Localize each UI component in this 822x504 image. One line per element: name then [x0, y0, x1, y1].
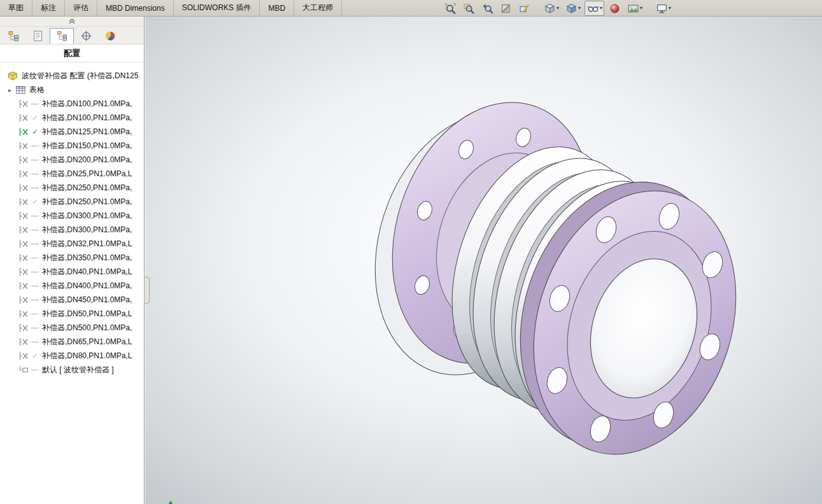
propertymanager-tab[interactable] — [25, 28, 50, 44]
zoom-to-fit-button[interactable] — [444, 2, 457, 15]
config-row[interactable]: —补偿器,DN350,PN1.0MPa, — [0, 251, 144, 265]
config-row[interactable]: —补偿器,DN300,PN1.0MPa, — [0, 223, 144, 237]
config-label: 补偿器,DN450,PN1.0MPa, — [42, 295, 132, 305]
zoom-to-area-icon — [464, 3, 474, 14]
panel-title: 配置 — [0, 45, 144, 62]
panel-title-text: 配置 — [64, 48, 80, 59]
ribbon-tab[interactable]: MBD — [260, 0, 294, 16]
config-row[interactable]: —补偿器,DN65,PN1.0MPa,L — [0, 335, 144, 349]
hide-show-items-button[interactable] — [586, 2, 599, 15]
section-view-button[interactable] — [499, 2, 512, 15]
dash-mark: — — [30, 281, 40, 290]
configuration-icon — [19, 254, 30, 262]
configurationmanager-icon — [57, 31, 67, 41]
graphics-viewport[interactable] — [145, 17, 822, 504]
config-row[interactable]: ✓补偿器,DN125,PN1.0MPa, — [0, 125, 144, 139]
config-row[interactable]: —补偿器,DN450,PN1.0MPa, — [0, 293, 144, 307]
config-row[interactable]: —补偿器,DN150,PN1.0MPa, — [0, 139, 144, 153]
chevron-down-icon[interactable]: ▾ — [640, 6, 642, 11]
config-row[interactable]: —补偿器,DN500,PN1.0MPa, — [0, 321, 144, 335]
config-row[interactable]: ✓补偿器,DN100,PN1.0MPa, — [0, 111, 144, 125]
tables-icon — [16, 86, 25, 94]
default-config-icon — [19, 366, 30, 374]
panel-splitter-handle[interactable] — [144, 277, 150, 304]
expand-arrow-icon[interactable]: ▸ — [8, 87, 16, 94]
config-row-default[interactable]: —默认 [ 波纹管补偿器 ] — [0, 363, 144, 377]
config-label: 补偿器,DN400,PN1.0MPa, — [42, 281, 132, 291]
previous-view-button[interactable] — [481, 2, 493, 15]
configuration-icon — [19, 338, 30, 346]
config-root-row[interactable]: 波纹管补偿器 配置 (补偿器,DN125 — [0, 69, 144, 83]
apply-scene-button[interactable] — [627, 2, 639, 15]
config-row[interactable]: —补偿器,DN300,PN1.0MPa, — [0, 209, 144, 223]
displaymanager-tab[interactable] — [98, 28, 122, 44]
config-label: 补偿器,DN250,PN1.0MPa, — [42, 183, 132, 193]
dash-mark: — — [30, 141, 40, 150]
config-row[interactable]: ✓补偿器,DN250,PN1.0MPa, — [0, 195, 144, 209]
propertymanager-icon — [32, 31, 43, 41]
config-row[interactable]: —补偿器,DN100,PN1.0MPa, — [0, 97, 144, 111]
config-row[interactable]: —补偿器,DN25,PN1.0MPa,L — [0, 167, 144, 181]
dimxpertmanager-tab[interactable] — [74, 28, 98, 44]
dash-mark: — — [30, 169, 40, 178]
used-check-mark: ✓ — [30, 351, 40, 360]
collapse-panel-icon[interactable] — [68, 18, 76, 24]
dash-mark: — — [30, 225, 40, 234]
dash-mark: — — [30, 295, 40, 304]
dash-mark: — — [30, 365, 40, 374]
used-check-mark: ✓ — [30, 113, 40, 122]
view-orientation-button[interactable] — [543, 2, 556, 15]
chevron-down-icon[interactable]: ▾ — [578, 6, 581, 11]
config-label: 补偿器,DN100,PN1.0MPa, — [42, 113, 132, 123]
chevron-down-icon[interactable]: ▾ — [669, 6, 671, 11]
dash-mark: — — [30, 211, 40, 220]
configuration-tree: 波纹管补偿器 配置 (补偿器,DN125 ▸ 表格 —补偿器,DN100,PN1… — [0, 62, 144, 377]
config-label: 补偿器,DN50,PN1.0MPa,L — [42, 309, 132, 319]
dash-mark: — — [30, 155, 40, 164]
zoom-to-area-button[interactable] — [462, 2, 475, 15]
config-label: 补偿器,DN65,PN1.0MPa,L — [42, 337, 132, 347]
active-check-mark: ✓ — [30, 127, 40, 136]
ribbon-tab[interactable]: MBD Dimensions — [97, 0, 174, 16]
config-label: 补偿器,DN32,PN1.0MPa,L — [42, 239, 132, 249]
config-row[interactable]: —补偿器,DN50,PN1.0MPa,L — [0, 307, 144, 321]
ribbon-tab[interactable]: 评估 — [65, 0, 97, 16]
config-row[interactable]: —补偿器,DN250,PN1.0MPa, — [0, 181, 144, 195]
panel-collapse-strip — [0, 17, 144, 27]
config-row[interactable]: —补偿器,DN32,PN1.0MPa,L — [0, 237, 144, 251]
configuration-icon — [19, 198, 30, 206]
config-row[interactable]: ✓补偿器,DN80,PN1.0MPa,L — [0, 349, 144, 363]
config-label: 补偿器,DN25,PN1.0MPa,L — [42, 169, 132, 179]
config-label: 补偿器,DN125,PN1.0MPa, — [42, 127, 132, 137]
config-label: 补偿器,DN300,PN1.0MPa, — [42, 225, 132, 235]
config-row[interactable]: —补偿器,DN200,PN1.0MPa, — [0, 153, 144, 167]
3d-drawing-view-icon — [519, 3, 530, 14]
configuration-icon — [19, 296, 30, 304]
display-style-button[interactable] — [565, 2, 578, 15]
chevron-down-icon[interactable]: ▾ — [556, 6, 559, 11]
model-3d-view[interactable] — [145, 17, 822, 504]
configurationmanager-tab[interactable] — [50, 28, 74, 44]
ribbon-tab[interactable]: 标注 — [32, 0, 65, 16]
3d-drawing-view-button[interactable] — [518, 2, 530, 15]
config-row[interactable]: —补偿器,DN40,PN1.0MPa,L — [0, 265, 144, 279]
configuration-icon — [19, 142, 30, 150]
featuremanager-design-tree-tab[interactable] — [1, 28, 25, 44]
ribbon-tab[interactable]: 大工程师 — [294, 0, 342, 16]
config-label: 补偿器,DN200,PN1.0MPa, — [42, 155, 132, 165]
edit-appearance-button[interactable] — [608, 2, 621, 15]
dash-mark: — — [30, 99, 40, 108]
config-row[interactable]: —补偿器,DN400,PN1.0MPa, — [0, 279, 144, 293]
ribbon-tab[interactable]: 草图 — [0, 0, 32, 16]
manager-tabs — [0, 27, 144, 45]
chevron-down-icon[interactable]: ▾ — [600, 6, 602, 11]
config-label: 补偿器,DN250,PN1.0MPa, — [42, 197, 132, 207]
config-root-label: 波纹管补偿器 配置 (补偿器,DN125 — [22, 71, 138, 81]
tables-row[interactable]: ▸ 表格 — [0, 83, 144, 97]
view-settings-button[interactable] — [655, 2, 668, 15]
dash-mark: — — [30, 309, 40, 318]
config-label: 补偿器,DN40,PN1.0MPa,L — [42, 267, 132, 277]
ribbon-tab[interactable]: SOLIDWORKS 插件 — [174, 0, 260, 16]
used-check-mark: ✓ — [30, 197, 40, 206]
display-style-icon — [566, 3, 577, 14]
